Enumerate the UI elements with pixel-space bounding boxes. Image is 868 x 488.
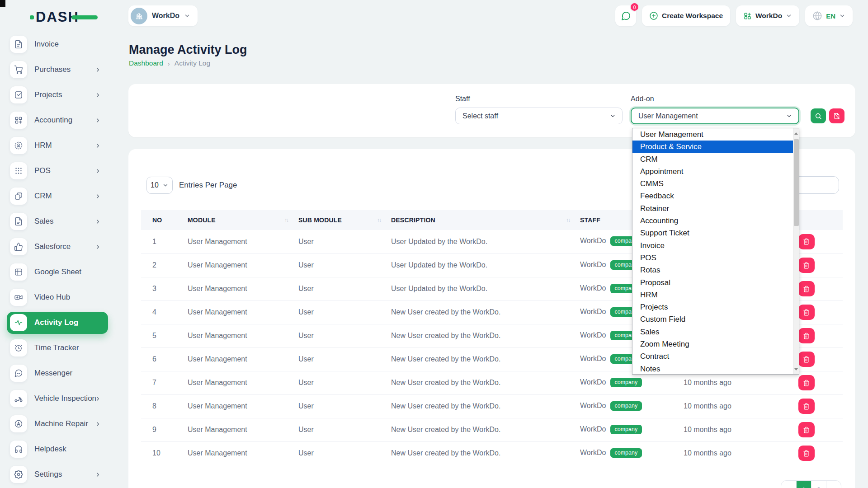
delete-button[interactable] [798, 305, 815, 320]
trash-icon [803, 403, 810, 410]
pagination-page-2[interactable]: 2 [811, 481, 826, 488]
dropdown-option[interactable]: Contract [632, 350, 793, 362]
staff-name: WorkDo [580, 261, 606, 268]
cell-description: New User created by the WorkDo. [390, 324, 579, 347]
delete-button[interactable] [798, 446, 815, 461]
brand-logo[interactable]: DASH [30, 8, 98, 26]
dropdown-option[interactable]: Rotas [632, 264, 793, 276]
sidebar-item-label: Video Hub [34, 293, 70, 302]
chevron-down-icon [786, 113, 793, 119]
sidebar-item[interactable]: Purchases [0, 57, 108, 82]
table-header-cell[interactable]: SUB MODULE ↑↓ [297, 210, 390, 230]
trash-icon [803, 238, 810, 245]
entries-per-page-select[interactable]: 10 [146, 177, 173, 194]
dropdown-option[interactable]: Proposal [632, 277, 793, 289]
staff-select-value: Select staff [462, 112, 498, 120]
create-workspace-button[interactable]: Create Workspace [642, 5, 730, 26]
chevron-right-icon [94, 92, 101, 99]
sidebar-item[interactable]: Sales [0, 209, 108, 234]
app-menu-button[interactable]: WorkDo [736, 5, 799, 26]
sidebar-item-label: Vehicle Inspection [34, 394, 96, 403]
sidebar-item[interactable]: Video Hub [0, 285, 108, 310]
delete-button[interactable] [798, 281, 815, 296]
staff-name: WorkDo [580, 378, 606, 386]
sidebar-item[interactable]: Messenger [0, 361, 108, 386]
table-header-cell[interactable]: DESCRIPTION ↑↓ [390, 210, 579, 230]
cell-sub-module: User [297, 300, 390, 324]
pagination-page-1[interactable]: 1 [796, 481, 811, 488]
delete-button[interactable] [798, 258, 815, 273]
workspace-selector[interactable]: WorkDo [128, 5, 198, 26]
dropdown-option[interactable]: User Management [632, 128, 793, 141]
dropdown-option[interactable]: Invoice [632, 239, 793, 252]
addon-label: Add-on [631, 95, 654, 103]
sidebar-item[interactable]: Invoice [0, 32, 108, 57]
scrollbar-thumb[interactable] [794, 139, 799, 226]
table-header-label: MODULE [188, 216, 216, 224]
sidebar-item[interactable]: Accounting [0, 108, 108, 133]
chevron-right-icon [94, 244, 101, 250]
sidebar-item[interactable]: Helpdesk [0, 436, 108, 462]
sidebar-item[interactable]: Time Tracker [0, 335, 108, 361]
sort-icon[interactable]: ↑↓ [566, 217, 570, 223]
delete-button[interactable] [798, 375, 815, 390]
delete-button[interactable] [798, 422, 815, 437]
dropdown-option[interactable]: CRM [632, 153, 793, 165]
sidebar-item[interactable]: Activity Log [0, 310, 108, 335]
sidebar-item[interactable]: CRM [0, 183, 108, 209]
table-header-label: STAFF [580, 216, 600, 224]
dropdown-option[interactable]: POS [632, 252, 793, 264]
staff-name: WorkDo [580, 355, 606, 362]
sidebar-item[interactable]: POS [0, 158, 108, 183]
staff-select[interactable]: Select staff [455, 108, 623, 124]
sidebar-item[interactable]: Salesforce [0, 234, 108, 259]
dropdown-option[interactable]: Projects [632, 301, 793, 313]
scroll-up-icon[interactable] [793, 129, 799, 137]
dropdown-option[interactable]: HRM [632, 289, 793, 301]
dropdown-option[interactable]: Notes [632, 363, 793, 375]
sidebar-item[interactable]: HRM [0, 133, 108, 158]
search-button[interactable] [811, 108, 826, 123]
scroll-down-icon[interactable] [793, 365, 799, 373]
dropdown-option[interactable]: Feedback [632, 190, 793, 202]
dropdown-option[interactable]: Custom Field [632, 313, 793, 325]
messages-button[interactable]: 0 [615, 5, 636, 26]
language-selector[interactable]: EN [805, 5, 853, 26]
sidebar-item-label: Machine Repair [34, 419, 88, 428]
delete-button[interactable] [798, 399, 815, 414]
dropdown-option[interactable]: Sales [632, 326, 793, 338]
cell-sub-module: User [297, 277, 390, 300]
sort-icon[interactable]: ↑↓ [284, 217, 288, 223]
dropdown-option[interactable]: Support Ticket [632, 227, 793, 239]
cell-sub-module: User [297, 347, 390, 371]
sidebar-item[interactable]: Projects [0, 82, 108, 108]
dropdown-option[interactable]: Retainer [632, 202, 793, 215]
delete-button[interactable] [798, 234, 815, 249]
sidebar-item[interactable]: Settings [0, 462, 108, 487]
cell-action [769, 394, 843, 418]
dropdown-option[interactable]: Appointment [632, 165, 793, 178]
table-row: 9 User Management User New User created … [141, 418, 843, 441]
addon-select[interactable]: User Management [631, 108, 799, 124]
reset-filter-button[interactable] [829, 108, 844, 123]
sidebar-item[interactable]: Machine Repair [0, 411, 108, 436]
dropdown-option[interactable]: Accounting [632, 215, 793, 227]
breadcrumb-dashboard-link[interactable]: Dashboard [129, 59, 163, 67]
table-header-cell[interactable]: NO ↑↓ [141, 210, 186, 230]
delete-button[interactable] [798, 352, 815, 367]
cell-action [769, 418, 843, 441]
sort-icon[interactable]: ↑↓ [377, 217, 381, 223]
dropdown-option[interactable]: CMMS [632, 178, 793, 190]
sidebar-item[interactable]: Google Sheet [0, 259, 108, 285]
pos-icon [10, 162, 27, 179]
trash-icon [803, 286, 810, 292]
pagination-prev[interactable]: ← [781, 481, 796, 488]
delete-button[interactable] [798, 328, 815, 343]
dropdown-scrollbar[interactable] [793, 128, 799, 374]
dropdown-option[interactable]: Product & Service [632, 141, 793, 153]
pagination-next[interactable]: → [826, 481, 841, 488]
cell-description: New User created by the WorkDo. [390, 371, 579, 394]
dropdown-option[interactable]: Zoom Meeting [632, 338, 793, 350]
sidebar-item[interactable]: Vehicle Inspection [0, 386, 108, 411]
table-header-cell[interactable]: MODULE ↑↓ [186, 210, 297, 230]
